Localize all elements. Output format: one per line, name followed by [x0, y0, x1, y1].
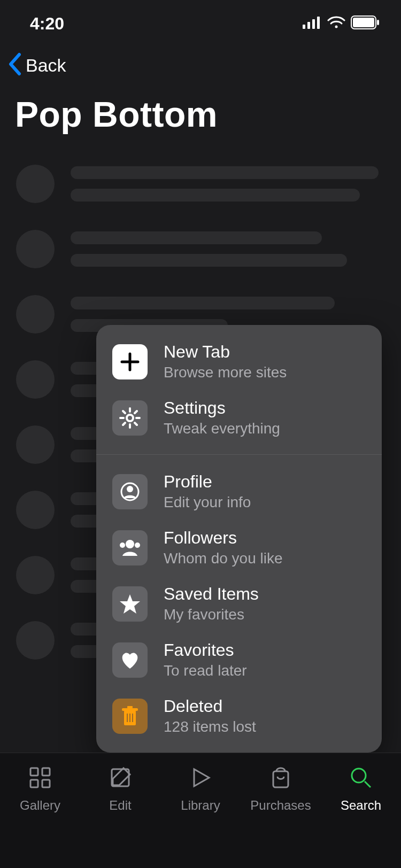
tab-bar: Gallery Edit Library Purchases Search: [0, 753, 401, 868]
status-time: 4:20: [30, 14, 64, 34]
svg-rect-3: [317, 17, 320, 29]
tab-library[interactable]: Library: [160, 765, 241, 868]
svg-point-8: [127, 415, 133, 421]
bag-icon: [268, 765, 294, 793]
list-item: [16, 230, 385, 268]
svg-rect-24: [127, 706, 133, 708]
svg-rect-1: [307, 22, 310, 29]
svg-rect-6: [353, 18, 374, 27]
menu-item-subtitle: Tweak everything: [164, 420, 280, 437]
svg-rect-31: [42, 780, 50, 787]
menu-item-title: Settings: [164, 398, 280, 418]
menu-item-title: Deleted: [164, 696, 256, 716]
tab-gallery[interactable]: Gallery: [0, 765, 80, 868]
popup-section-1: New Tab Browse more sites Settings Tweak…: [96, 325, 382, 454]
menu-item-favorites[interactable]: Favorites To read later: [96, 632, 382, 688]
tab-label: Library: [181, 798, 220, 813]
svg-point-20: [120, 542, 125, 548]
popup-section-2: Profile Edit your info Followers Whom do…: [96, 455, 382, 753]
menu-item-title: Favorites: [164, 640, 247, 660]
menu-item-settings[interactable]: Settings Tweak everything: [96, 390, 382, 446]
svg-line-16: [135, 411, 137, 413]
menu-item-subtitle: My favorites: [164, 606, 259, 623]
svg-rect-30: [30, 780, 38, 787]
svg-rect-23: [122, 708, 138, 711]
svg-line-15: [123, 423, 125, 425]
svg-rect-29: [42, 768, 50, 776]
menu-item-profile[interactable]: Profile Edit your info: [96, 463, 382, 520]
menu-item-new-tab[interactable]: New Tab Browse more sites: [96, 334, 382, 390]
menu-item-title: New Tab: [164, 342, 287, 362]
menu-item-title: Followers: [164, 528, 283, 548]
search-icon: [348, 765, 374, 793]
cellular-icon: [303, 16, 322, 31]
svg-rect-7: [377, 20, 379, 25]
svg-point-19: [126, 540, 134, 548]
wifi-icon: [327, 16, 345, 31]
status-bar: 4:20: [0, 0, 401, 47]
back-button[interactable]: Back: [7, 52, 66, 78]
battery-icon: [351, 15, 380, 32]
menu-item-subtitle: Browse more sites: [164, 364, 287, 381]
menu-item-deleted[interactable]: Deleted 128 items lost: [96, 688, 382, 744]
edit-icon: [107, 765, 133, 793]
page-title: Pop Bottom: [15, 94, 218, 135]
tab-label: Search: [341, 798, 381, 813]
tab-search[interactable]: Search: [321, 765, 401, 868]
back-label: Back: [26, 55, 66, 76]
popup-menu: New Tab Browse more sites Settings Tweak…: [96, 325, 382, 753]
menu-item-subtitle: Whom do you like: [164, 550, 283, 567]
tab-label: Purchases: [250, 798, 311, 813]
star-icon: [112, 586, 148, 622]
svg-rect-0: [303, 25, 305, 29]
svg-point-4: [335, 26, 338, 28]
tab-label: Gallery: [20, 798, 60, 813]
tab-edit[interactable]: Edit: [80, 765, 160, 868]
svg-line-14: [135, 423, 137, 425]
menu-item-subtitle: 128 items lost: [164, 718, 256, 735]
menu-item-subtitle: To read later: [164, 662, 247, 679]
trash-icon: [112, 699, 148, 734]
status-icons: [303, 15, 380, 32]
tab-purchases[interactable]: Purchases: [241, 765, 321, 868]
svg-rect-28: [30, 768, 38, 776]
svg-point-34: [352, 769, 366, 782]
plus-icon: [112, 344, 148, 379]
menu-item-title: Profile: [164, 472, 251, 492]
play-icon: [188, 765, 213, 793]
svg-point-18: [127, 486, 133, 492]
svg-rect-2: [312, 19, 315, 29]
group-icon: [112, 530, 148, 565]
menu-item-followers[interactable]: Followers Whom do you like: [96, 520, 382, 576]
menu-item-title: Saved Items: [164, 584, 259, 604]
tab-label: Edit: [109, 798, 131, 813]
svg-line-13: [123, 411, 125, 413]
heart-icon: [112, 642, 148, 678]
grid-icon: [27, 765, 53, 793]
menu-item-subtitle: Edit your info: [164, 494, 251, 511]
gear-icon: [112, 400, 148, 436]
chevron-left-icon: [7, 52, 22, 78]
list-item: [16, 165, 385, 203]
profile-icon: [112, 474, 148, 509]
svg-point-21: [135, 542, 140, 548]
svg-line-35: [365, 781, 371, 787]
menu-item-saved-items[interactable]: Saved Items My favorites: [96, 576, 382, 632]
